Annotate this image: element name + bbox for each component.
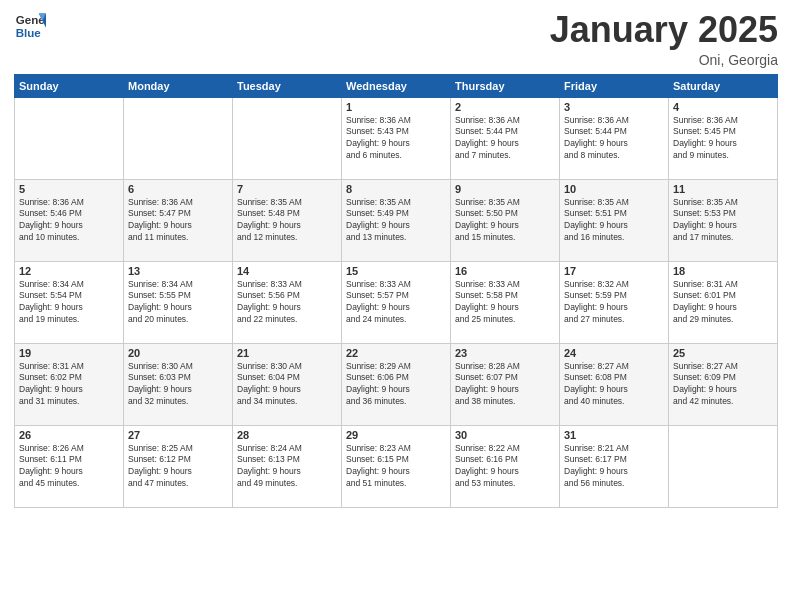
day-cell: 27Sunrise: 8:25 AMSunset: 6:12 PMDayligh… — [124, 425, 233, 507]
day-cell: 30Sunrise: 8:22 AMSunset: 6:16 PMDayligh… — [451, 425, 560, 507]
day-cell: 5Sunrise: 8:36 AMSunset: 5:46 PMDaylight… — [15, 179, 124, 261]
day-number: 25 — [673, 347, 773, 359]
page: General Blue January 2025 Oni, Georgia S… — [0, 0, 792, 612]
logo-icon: General Blue — [14, 10, 46, 42]
day-number: 12 — [19, 265, 119, 277]
svg-text:Blue: Blue — [16, 27, 42, 39]
day-cell: 15Sunrise: 8:33 AMSunset: 5:57 PMDayligh… — [342, 261, 451, 343]
day-number: 5 — [19, 183, 119, 195]
day-info: Sunrise: 8:32 AMSunset: 5:59 PMDaylight:… — [564, 279, 664, 327]
header: General Blue January 2025 Oni, Georgia — [14, 10, 778, 68]
day-cell: 25Sunrise: 8:27 AMSunset: 6:09 PMDayligh… — [669, 343, 778, 425]
day-info: Sunrise: 8:27 AMSunset: 6:09 PMDaylight:… — [673, 361, 773, 409]
day-info: Sunrise: 8:35 AMSunset: 5:48 PMDaylight:… — [237, 197, 337, 245]
day-info: Sunrise: 8:36 AMSunset: 5:44 PMDaylight:… — [564, 115, 664, 163]
subtitle: Oni, Georgia — [550, 52, 778, 68]
day-cell: 16Sunrise: 8:33 AMSunset: 5:58 PMDayligh… — [451, 261, 560, 343]
day-info: Sunrise: 8:34 AMSunset: 5:54 PMDaylight:… — [19, 279, 119, 327]
day-number: 22 — [346, 347, 446, 359]
day-cell: 21Sunrise: 8:30 AMSunset: 6:04 PMDayligh… — [233, 343, 342, 425]
week-row-4: 26Sunrise: 8:26 AMSunset: 6:11 PMDayligh… — [15, 425, 778, 507]
day-number: 9 — [455, 183, 555, 195]
day-cell — [669, 425, 778, 507]
day-number: 28 — [237, 429, 337, 441]
day-info: Sunrise: 8:23 AMSunset: 6:15 PMDaylight:… — [346, 443, 446, 491]
day-number: 1 — [346, 101, 446, 113]
week-row-2: 12Sunrise: 8:34 AMSunset: 5:54 PMDayligh… — [15, 261, 778, 343]
day-info: Sunrise: 8:28 AMSunset: 6:07 PMDaylight:… — [455, 361, 555, 409]
day-cell: 12Sunrise: 8:34 AMSunset: 5:54 PMDayligh… — [15, 261, 124, 343]
day-number: 20 — [128, 347, 228, 359]
day-info: Sunrise: 8:30 AMSunset: 6:04 PMDaylight:… — [237, 361, 337, 409]
day-number: 16 — [455, 265, 555, 277]
day-info: Sunrise: 8:33 AMSunset: 5:56 PMDaylight:… — [237, 279, 337, 327]
day-info: Sunrise: 8:35 AMSunset: 5:50 PMDaylight:… — [455, 197, 555, 245]
day-number: 30 — [455, 429, 555, 441]
day-cell — [15, 97, 124, 179]
day-cell: 13Sunrise: 8:34 AMSunset: 5:55 PMDayligh… — [124, 261, 233, 343]
col-thursday: Thursday — [451, 74, 560, 97]
day-number: 10 — [564, 183, 664, 195]
day-info: Sunrise: 8:25 AMSunset: 6:12 PMDaylight:… — [128, 443, 228, 491]
day-number: 15 — [346, 265, 446, 277]
day-number: 7 — [237, 183, 337, 195]
day-number: 14 — [237, 265, 337, 277]
calendar-body: 1Sunrise: 8:36 AMSunset: 5:43 PMDaylight… — [15, 97, 778, 507]
day-cell: 11Sunrise: 8:35 AMSunset: 5:53 PMDayligh… — [669, 179, 778, 261]
week-row-0: 1Sunrise: 8:36 AMSunset: 5:43 PMDaylight… — [15, 97, 778, 179]
month-title: January 2025 — [550, 10, 778, 50]
day-cell: 23Sunrise: 8:28 AMSunset: 6:07 PMDayligh… — [451, 343, 560, 425]
day-cell: 14Sunrise: 8:33 AMSunset: 5:56 PMDayligh… — [233, 261, 342, 343]
day-number: 17 — [564, 265, 664, 277]
calendar: Sunday Monday Tuesday Wednesday Thursday… — [14, 74, 778, 508]
day-cell: 22Sunrise: 8:29 AMSunset: 6:06 PMDayligh… — [342, 343, 451, 425]
day-cell — [233, 97, 342, 179]
day-info: Sunrise: 8:36 AMSunset: 5:45 PMDaylight:… — [673, 115, 773, 163]
day-cell: 2Sunrise: 8:36 AMSunset: 5:44 PMDaylight… — [451, 97, 560, 179]
week-row-1: 5Sunrise: 8:36 AMSunset: 5:46 PMDaylight… — [15, 179, 778, 261]
day-cell: 24Sunrise: 8:27 AMSunset: 6:08 PMDayligh… — [560, 343, 669, 425]
day-cell: 10Sunrise: 8:35 AMSunset: 5:51 PMDayligh… — [560, 179, 669, 261]
day-cell: 20Sunrise: 8:30 AMSunset: 6:03 PMDayligh… — [124, 343, 233, 425]
day-cell: 1Sunrise: 8:36 AMSunset: 5:43 PMDaylight… — [342, 97, 451, 179]
day-info: Sunrise: 8:30 AMSunset: 6:03 PMDaylight:… — [128, 361, 228, 409]
col-wednesday: Wednesday — [342, 74, 451, 97]
day-number: 13 — [128, 265, 228, 277]
day-number: 11 — [673, 183, 773, 195]
day-number: 24 — [564, 347, 664, 359]
day-cell: 3Sunrise: 8:36 AMSunset: 5:44 PMDaylight… — [560, 97, 669, 179]
day-cell: 28Sunrise: 8:24 AMSunset: 6:13 PMDayligh… — [233, 425, 342, 507]
day-cell: 18Sunrise: 8:31 AMSunset: 6:01 PMDayligh… — [669, 261, 778, 343]
day-cell: 26Sunrise: 8:26 AMSunset: 6:11 PMDayligh… — [15, 425, 124, 507]
day-cell: 19Sunrise: 8:31 AMSunset: 6:02 PMDayligh… — [15, 343, 124, 425]
day-cell: 29Sunrise: 8:23 AMSunset: 6:15 PMDayligh… — [342, 425, 451, 507]
day-info: Sunrise: 8:22 AMSunset: 6:16 PMDaylight:… — [455, 443, 555, 491]
day-info: Sunrise: 8:33 AMSunset: 5:57 PMDaylight:… — [346, 279, 446, 327]
day-info: Sunrise: 8:21 AMSunset: 6:17 PMDaylight:… — [564, 443, 664, 491]
day-info: Sunrise: 8:36 AMSunset: 5:44 PMDaylight:… — [455, 115, 555, 163]
title-block: January 2025 Oni, Georgia — [550, 10, 778, 68]
day-number: 21 — [237, 347, 337, 359]
day-number: 8 — [346, 183, 446, 195]
day-info: Sunrise: 8:27 AMSunset: 6:08 PMDaylight:… — [564, 361, 664, 409]
day-number: 19 — [19, 347, 119, 359]
day-cell: 17Sunrise: 8:32 AMSunset: 5:59 PMDayligh… — [560, 261, 669, 343]
day-info: Sunrise: 8:31 AMSunset: 6:01 PMDaylight:… — [673, 279, 773, 327]
day-number: 18 — [673, 265, 773, 277]
day-number: 23 — [455, 347, 555, 359]
day-info: Sunrise: 8:35 AMSunset: 5:49 PMDaylight:… — [346, 197, 446, 245]
week-row-3: 19Sunrise: 8:31 AMSunset: 6:02 PMDayligh… — [15, 343, 778, 425]
col-tuesday: Tuesday — [233, 74, 342, 97]
col-friday: Friday — [560, 74, 669, 97]
day-number: 31 — [564, 429, 664, 441]
day-info: Sunrise: 8:31 AMSunset: 6:02 PMDaylight:… — [19, 361, 119, 409]
day-cell: 6Sunrise: 8:36 AMSunset: 5:47 PMDaylight… — [124, 179, 233, 261]
day-number: 4 — [673, 101, 773, 113]
header-row: Sunday Monday Tuesday Wednesday Thursday… — [15, 74, 778, 97]
day-number: 6 — [128, 183, 228, 195]
day-cell: 31Sunrise: 8:21 AMSunset: 6:17 PMDayligh… — [560, 425, 669, 507]
day-info: Sunrise: 8:36 AMSunset: 5:43 PMDaylight:… — [346, 115, 446, 163]
day-cell: 8Sunrise: 8:35 AMSunset: 5:49 PMDaylight… — [342, 179, 451, 261]
day-cell: 9Sunrise: 8:35 AMSunset: 5:50 PMDaylight… — [451, 179, 560, 261]
day-info: Sunrise: 8:33 AMSunset: 5:58 PMDaylight:… — [455, 279, 555, 327]
